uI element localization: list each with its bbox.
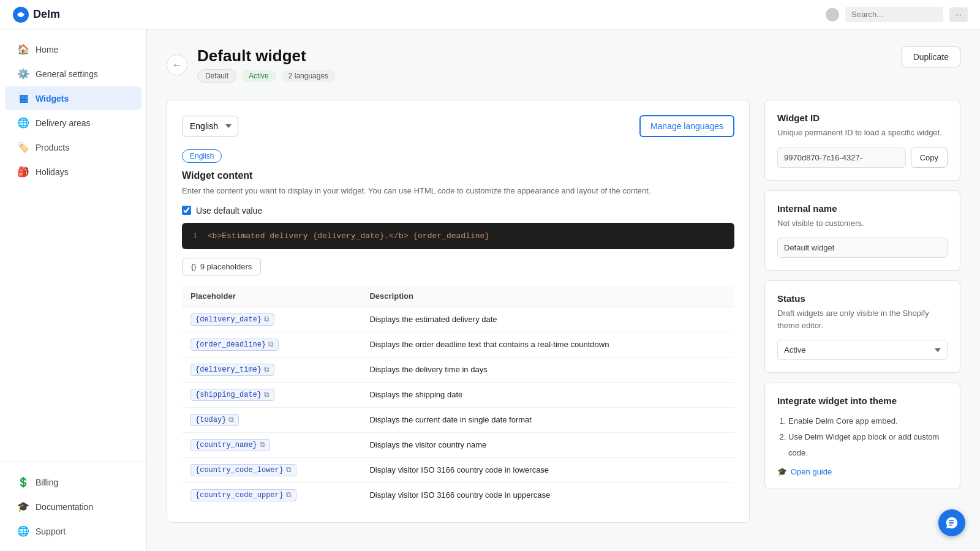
sidebar-item-home[interactable]: 🏠Home — [5, 37, 141, 61]
page-title-group: Default widget Default Active 2 language… — [197, 47, 336, 83]
sidebar-item-label: Widgets — [36, 94, 69, 103]
layout: 🏠Home⚙️General settings▦Widgets🌐Delivery… — [0, 29, 980, 551]
page-header: ← Default widget Default Active 2 langua… — [167, 47, 960, 83]
copy-button[interactable]: Copy — [911, 148, 948, 168]
sidebar-item-label: Documentation — [36, 502, 93, 512]
placeholder-cell: {delivery_date} ⧉ — [182, 307, 361, 332]
description-cell: Displays the current date in single date… — [361, 407, 734, 432]
sidebar-item-support[interactable]: 🌐Support — [5, 519, 141, 543]
back-button[interactable]: ← — [167, 54, 187, 75]
description-cell: Display visitor ISO 3166 country code in… — [361, 482, 734, 508]
description-cell: Displays the estimated delivery date — [361, 307, 734, 332]
products-icon: 🏷️ — [17, 141, 29, 153]
placeholder-tag: {country_name} ⧉ — [190, 439, 270, 451]
placeholder-tag: {shipping_date} ⧉ — [190, 389, 274, 401]
code-line-num: 1 — [193, 231, 198, 241]
content-grid: English French Manage languages English … — [167, 100, 960, 523]
use-default-checkbox[interactable] — [182, 206, 191, 215]
table-row: {country_code_upper} ⧉ Display visitor I… — [182, 482, 734, 508]
table-row: {country_name} ⧉ Displays the visitor co… — [182, 432, 734, 457]
placeholder-copy-icon[interactable]: ⧉ — [264, 391, 270, 399]
section-title: Widget content — [182, 170, 734, 181]
table-row: {delivery_date} ⧉ Displays the estimated… — [182, 307, 734, 332]
documentation-icon: 🎓 — [17, 501, 29, 512]
description-cell: Displays the visitor country name — [361, 432, 734, 457]
table-row: {delivery_time} ⧉ Displays the delivery … — [182, 357, 734, 382]
page-header-left: ← Default widget Default Active 2 langua… — [167, 47, 336, 83]
placeholder-cell: {country_name} ⧉ — [182, 432, 361, 457]
sidebar-item-delivery-areas[interactable]: 🌐Delivery areas — [5, 111, 141, 135]
internal-name-title: Internal name — [777, 203, 948, 214]
placeholder-copy-icon[interactable]: ⧉ — [264, 365, 270, 374]
sidebar-item-label: Delivery areas — [36, 118, 90, 128]
sidebar-item-holidays[interactable]: 🎒Holidays — [5, 160, 141, 184]
placeholders-label: 9 placeholders — [200, 262, 252, 271]
logo-text: Delm — [33, 8, 60, 21]
widget-content-section: English Widget content Enter the content… — [182, 149, 734, 508]
status-select[interactable]: Active Draft — [777, 340, 948, 360]
use-default-row: Use default value — [182, 206, 734, 216]
placeholder-cell: {delivery_time} ⧉ — [182, 357, 361, 382]
placeholder-copy-icon[interactable]: ⧉ — [264, 315, 270, 324]
placeholder-cell: {shipping_date} ⧉ — [182, 382, 361, 407]
integrate-title: Integrate widget into theme — [777, 395, 948, 406]
placeholder-copy-icon[interactable]: ⧉ — [268, 340, 274, 349]
table-row: {shipping_date} ⧉ Displays the shipping … — [182, 382, 734, 407]
placeholder-cell: {today} ⧉ — [182, 407, 361, 432]
integrate-list: Enable Delm Core app embed.Use Delm Widg… — [777, 413, 948, 461]
topbar-right: ··· — [826, 7, 968, 22]
topbar-search[interactable] — [845, 7, 943, 22]
description-cell: Display visitor ISO 3166 country code in… — [361, 457, 734, 482]
sidebar-item-general-settings[interactable]: ⚙️General settings — [5, 62, 141, 86]
widget-id-title: Widget ID — [777, 113, 948, 123]
internal-name-input[interactable] — [777, 238, 948, 258]
main-content: ← Default widget Default Active 2 langua… — [147, 29, 980, 551]
table-row: {today} ⧉ Displays the current date in s… — [182, 407, 734, 432]
code-content: <b>Estimated delivery {delivery_date}.</… — [208, 231, 489, 241]
left-column: English French Manage languages English … — [167, 100, 750, 523]
billing-icon: 💲 — [17, 476, 29, 488]
duplicate-button[interactable]: Duplicate — [902, 47, 960, 67]
code-block: 1 <b>Estimated delivery {delivery_date}.… — [182, 223, 734, 249]
open-guide-label: Open guide — [791, 467, 832, 476]
badge-active: Active — [241, 70, 276, 82]
description-cell: Displays the delivery time in days — [361, 357, 734, 382]
integrate-step: Use Delm Widget app block or add custom … — [788, 429, 948, 461]
home-icon: 🏠 — [17, 43, 29, 55]
description-cell: Displays the shipping date — [361, 382, 734, 407]
sidebar-item-label: General settings — [36, 69, 98, 79]
sidebar-item-label: Billing — [36, 478, 58, 487]
internal-name-desc: Not visible to customers. — [777, 217, 948, 230]
integrate-step: Enable Delm Core app embed. — [788, 413, 948, 429]
integrate-card: Integrate widget into theme Enable Delm … — [764, 383, 960, 489]
open-guide-link[interactable]: 🎓 Open guide — [777, 467, 832, 476]
placeholder-copy-icon[interactable]: ⧉ — [228, 416, 234, 424]
sidebar-item-widgets[interactable]: ▦Widgets — [5, 86, 141, 110]
placeholder-cell: {country_code_lower} ⧉ — [182, 457, 361, 482]
table-row: {country_code_lower} ⧉ Display visitor I… — [182, 457, 734, 482]
widget-id-input — [777, 148, 906, 168]
sidebar-item-billing[interactable]: 💲Billing — [5, 470, 141, 494]
sidebar-item-label: Support — [36, 527, 66, 536]
placeholder-copy-icon[interactable]: ⧉ — [286, 466, 292, 474]
chat-bubble[interactable] — [938, 509, 965, 536]
widget-id-card: Widget ID Unique permanent ID to load a … — [764, 100, 960, 181]
placeholder-copy-icon[interactable]: ⧉ — [260, 441, 265, 449]
placeholders-button[interactable]: {} 9 placeholders — [182, 258, 261, 276]
sidebar-item-documentation[interactable]: 🎓Documentation — [5, 495, 141, 519]
manage-languages-button[interactable]: Manage languages — [639, 115, 734, 137]
widgets-icon: ▦ — [17, 92, 29, 104]
table-row: {order_deadline} ⧉ Displays the order de… — [182, 332, 734, 357]
placeholder-tag: {order_deadline} ⧉ — [190, 339, 279, 351]
badge-row: Default Active 2 languages — [197, 69, 336, 83]
placeholder-tag: {country_code_lower} ⧉ — [190, 464, 296, 476]
language-select[interactable]: English French — [182, 116, 238, 137]
placeholder-cell: {order_deadline} ⧉ — [182, 332, 361, 357]
col-description: Description — [361, 285, 734, 307]
placeholder-copy-icon[interactable]: ⧉ — [286, 491, 292, 500]
status-card: Status Draft widgets are only visible in… — [764, 280, 960, 373]
topbar-btn[interactable]: ··· — [949, 7, 968, 22]
holidays-icon: 🎒 — [17, 166, 29, 178]
sidebar-item-products[interactable]: 🏷️Products — [5, 135, 141, 159]
user-icon — [826, 8, 839, 21]
